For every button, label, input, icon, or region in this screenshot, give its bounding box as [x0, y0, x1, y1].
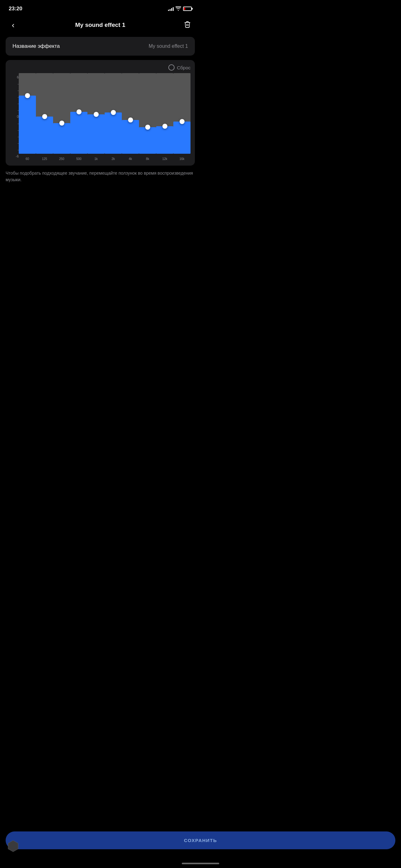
band-fill-250	[53, 123, 70, 154]
band-fill-2k	[105, 113, 122, 154]
band-freq-label-4k: 4k	[129, 157, 132, 161]
band-fill-12k	[156, 126, 173, 154]
band-freq-label-8k: 8k	[146, 157, 149, 161]
status-time: 23:20	[9, 6, 22, 12]
y-label-dash2: -	[10, 89, 19, 92]
delete-button[interactable]	[181, 19, 194, 31]
band-freq-label-2k: 2k	[111, 157, 115, 161]
band-track-500	[70, 73, 88, 154]
band-fill-60	[19, 96, 36, 154]
signal-icon	[168, 6, 174, 11]
eq-card: Сброс 6 - - - - - 0 - - - - - -6 6012525…	[6, 60, 195, 165]
back-button[interactable]: ‹	[7, 19, 20, 31]
band-track-4k	[122, 73, 139, 154]
reset-label: Сброс	[177, 65, 191, 70]
band-fill-125	[36, 117, 53, 154]
eq-band-4k[interactable]: 4k	[122, 73, 139, 161]
y-label-dash10: -	[10, 148, 19, 152]
band-freq-label-12k: 12k	[162, 157, 167, 161]
y-label-dash4: -	[10, 102, 19, 105]
battery-icon	[183, 6, 192, 11]
y-label-0: 0	[10, 115, 19, 118]
band-freq-label-16k: 16k	[179, 157, 184, 161]
name-field-value: My sound effect 1	[149, 43, 188, 49]
band-thumb-60	[25, 93, 30, 98]
eq-band-500[interactable]: 500	[70, 73, 88, 161]
header: ‹ My sound effect 1	[0, 16, 201, 37]
name-field-label: Название эффекта	[12, 43, 60, 50]
eq-y-axis: 6 - - - - - 0 - - - - - -6	[10, 73, 19, 161]
eq-bands-wrapper: 601252505001k2k4k8k12k16k	[19, 73, 191, 161]
band-fill-500	[70, 112, 88, 154]
page-title: My sound effect 1	[75, 22, 125, 28]
band-fill-16k	[173, 122, 191, 154]
y-label-6: 6	[10, 75, 19, 79]
band-track-16k	[173, 73, 191, 154]
y-label-dash5: -	[10, 108, 19, 112]
y-label-n6: -6	[10, 155, 19, 158]
band-track-60	[19, 73, 36, 154]
band-thumb-250	[59, 121, 64, 126]
band-thumb-4k	[128, 118, 133, 122]
band-thumb-500	[76, 110, 81, 114]
band-track-12k	[156, 73, 173, 154]
wifi-icon	[175, 6, 181, 11]
y-label-dash6: -	[10, 122, 19, 125]
band-freq-label-1k: 1k	[94, 157, 98, 161]
band-track-250	[53, 73, 70, 154]
band-freq-label-250: 250	[59, 157, 64, 161]
status-icons	[168, 6, 192, 11]
y-label-dash9: -	[10, 142, 19, 145]
eq-band-1k[interactable]: 1k	[88, 73, 105, 161]
y-label-dash8: -	[10, 135, 19, 138]
reset-button[interactable]: Сброс	[168, 64, 191, 71]
back-chevron-icon: ‹	[12, 20, 15, 30]
trash-icon	[183, 21, 191, 29]
eq-band-12k[interactable]: 12k	[156, 73, 173, 161]
y-label-dash7: -	[10, 128, 19, 132]
reset-circle-icon	[168, 64, 175, 71]
band-freq-label-60: 60	[26, 157, 29, 161]
reset-row: Сброс	[10, 64, 191, 71]
hint-text: Чтобы подобрать подходящее звучание, пер…	[6, 170, 195, 183]
band-freq-label-500: 500	[76, 157, 81, 161]
band-fill-1k	[88, 114, 105, 154]
eq-band-16k[interactable]: 16k	[173, 73, 191, 161]
eq-band-60[interactable]: 60	[19, 73, 36, 161]
eq-band-250[interactable]: 250	[53, 73, 70, 161]
band-thumb-125	[42, 114, 47, 119]
eq-band-8k[interactable]: 8k	[139, 73, 156, 161]
band-thumb-1k	[94, 112, 99, 117]
y-label-dash1: -	[10, 82, 19, 86]
band-thumb-8k	[145, 125, 150, 130]
band-fill-4k	[122, 120, 139, 154]
band-freq-label-125: 125	[42, 157, 47, 161]
band-fill-8k	[139, 127, 156, 154]
band-track-125	[36, 73, 53, 154]
status-bar: 23:20	[0, 0, 201, 16]
band-thumb-12k	[162, 124, 167, 129]
eq-visualizer: 6 - - - - - 0 - - - - - -6 601252505001k…	[10, 73, 191, 161]
band-track-1k	[88, 73, 105, 154]
band-track-2k	[105, 73, 122, 154]
eq-band-2k[interactable]: 2k	[105, 73, 122, 161]
band-thumb-2k	[111, 110, 116, 115]
y-label-dash3: -	[10, 95, 19, 99]
name-card[interactable]: Название эффекта My sound effect 1	[6, 37, 195, 56]
eq-band-125[interactable]: 125	[36, 73, 53, 161]
band-track-8k	[139, 73, 156, 154]
band-thumb-16k	[179, 119, 185, 124]
